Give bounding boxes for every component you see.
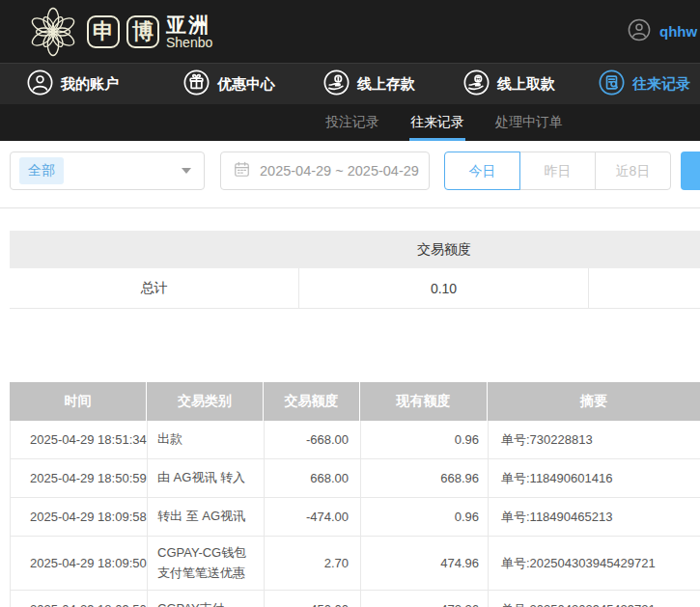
nav-item-deposit[interactable]: 线上存款 xyxy=(323,64,415,104)
cell-time: 2025-04-29 18:09:50 xyxy=(11,591,148,607)
tab-betting-records[interactable]: 投注记录 xyxy=(325,104,379,141)
cell-type: CGPAY-CG钱包支付笔笔送优惠 xyxy=(148,537,265,590)
cell-summary: 单号:730228813 xyxy=(489,421,700,458)
tab-transaction-records[interactable]: 往来记录 xyxy=(410,104,464,141)
cell-amount: -474.00 xyxy=(265,498,361,536)
logo-latin-text: Shenbo xyxy=(166,36,212,50)
cell-time: 2025-04-29 18:09:50 xyxy=(11,537,148,590)
table-row: 2025-04-29 18:09:50 CGPAY-CG钱包支付笔笔送优惠 2.… xyxy=(10,537,700,591)
cell-type: CGPAY支付 xyxy=(148,591,265,607)
col-header-balance: 现有额度 xyxy=(360,382,488,421)
summary-header-spacer xyxy=(589,231,700,268)
quick-range-last8days[interactable]: 近8日 xyxy=(595,152,671,190)
nav-item-my-account[interactable]: 我的账户 xyxy=(27,64,119,104)
nav-label: 我的账户 xyxy=(61,75,119,94)
calendar-icon xyxy=(233,160,251,181)
tab-processing-orders[interactable]: 处理中订单 xyxy=(495,104,563,141)
cell-balance: 472.26 xyxy=(361,591,489,607)
record-tabs: 投注记录 往来记录 处理中订单 xyxy=(0,104,700,141)
cell-amount: -668.00 xyxy=(265,421,361,458)
cell-time: 2025-04-29 18:09:58 xyxy=(11,498,148,536)
logo-char-shen: 申 xyxy=(87,15,120,48)
cell-time: 2025-04-29 18:50:59 xyxy=(11,459,148,497)
top-header: 申 博 亚洲 Shenbo qhhw xyxy=(0,0,700,63)
col-header-time: 时间 xyxy=(10,382,147,421)
logo-region-text: 亚洲 xyxy=(166,14,212,36)
cell-type: 出款 xyxy=(148,421,265,458)
nav-item-withdraw[interactable]: 线上取款 xyxy=(463,64,555,104)
deposit-coin-icon xyxy=(323,69,350,98)
nav-label: 线上存款 xyxy=(357,75,415,94)
table-row: 2025-04-29 18:09:58 转出 至 AG视讯 -474.00 0.… xyxy=(10,498,700,537)
page: 申 博 亚洲 Shenbo qhhw xyxy=(0,0,700,607)
gift-icon xyxy=(183,69,210,98)
table-row: 2025-04-29 18:50:59 由 AG视讯 转入 668.00 668… xyxy=(10,459,700,498)
main-nav: 我的账户 优惠中心 xyxy=(0,63,700,104)
date-range-value: 2025-04-29 ~ 2025-04-29 xyxy=(260,163,419,179)
cell-summary: 单号:118490465213 xyxy=(489,498,700,536)
cell-type: 由 AG视讯 转入 xyxy=(148,459,265,497)
flower-logo-icon xyxy=(26,5,80,59)
cell-balance: 474.96 xyxy=(361,537,489,590)
caret-down-icon xyxy=(182,168,191,174)
summary-total-value: 0.10 xyxy=(299,268,589,308)
withdraw-coin-icon xyxy=(463,69,490,98)
nav-item-records[interactable]: 往来记录 xyxy=(599,64,690,104)
summary-header-spacer xyxy=(10,231,299,268)
logo-char-bo: 博 xyxy=(126,15,159,48)
summary-empty-cell xyxy=(589,268,700,308)
cell-balance: 668.96 xyxy=(361,459,489,497)
summary-total-label: 总计 xyxy=(10,268,299,308)
transactions-table: 时间 交易类别 交易额度 现有额度 摘要 2025-04-29 18:51:34… xyxy=(10,382,700,607)
cell-balance: 0.96 xyxy=(361,421,489,458)
quick-range-yesterday[interactable]: 昨日 xyxy=(519,152,596,190)
type-select[interactable]: 全部 xyxy=(10,152,205,190)
summary-total-row: 总计 0.10 xyxy=(10,268,700,309)
avatar-icon xyxy=(628,18,651,45)
brand-logo[interactable]: 申 博 亚洲 Shenbo xyxy=(26,5,212,59)
user-icon xyxy=(27,69,53,98)
table-header-row: 时间 交易类别 交易额度 现有额度 摘要 xyxy=(10,382,700,421)
summary-table: 交易额度 总计 0.10 xyxy=(10,231,700,309)
col-header-summary: 摘要 xyxy=(488,382,700,421)
table-row: 2025-04-29 18:51:34 出款 -668.00 0.96 单号:7… xyxy=(10,421,700,459)
table-row: 2025-04-29 18:09:50 CGPAY支付 450.00 472.2… xyxy=(10,591,700,607)
summary-col-header: 交易额度 xyxy=(299,231,589,268)
date-range-input[interactable]: 2025-04-29 ~ 2025-04-29 xyxy=(220,152,430,190)
cell-amount: 450.00 xyxy=(265,591,361,607)
summary-header-row: 交易额度 xyxy=(10,231,700,268)
cell-summary: 单号:202504303945429721 xyxy=(489,591,700,607)
cell-amount: 2.70 xyxy=(265,537,361,590)
col-header-amount: 交易额度 xyxy=(264,382,360,421)
nav-item-promotions[interactable]: 优惠中心 xyxy=(183,64,275,104)
type-select-value: 全部 xyxy=(19,157,64,184)
records-icon xyxy=(599,69,625,98)
col-header-type: 交易类别 xyxy=(147,382,264,421)
quick-range-today[interactable]: 今日 xyxy=(444,152,520,190)
user-account[interactable]: qhhw xyxy=(628,0,697,63)
cell-summary: 单号:118490601416 xyxy=(489,459,700,497)
cell-summary: 单号:202504303945429721 xyxy=(489,537,700,590)
filter-bar: 全部 2025-04-29 ~ 2025-04-29 今日 昨日 近8日 xyxy=(0,141,700,208)
cell-balance: 0.96 xyxy=(361,498,489,536)
nav-label: 往来记录 xyxy=(632,75,690,94)
cell-amount: 668.00 xyxy=(265,459,361,497)
cell-time: 2025-04-29 18:51:34 xyxy=(11,421,148,458)
nav-label: 优惠中心 xyxy=(217,75,275,94)
nav-label: 线上取款 xyxy=(497,75,555,94)
username[interactable]: qhhw xyxy=(659,23,697,40)
quick-range-group: 今日 昨日 近8日 xyxy=(444,152,671,190)
search-button[interactable] xyxy=(681,152,700,190)
cell-type: 转出 至 AG视讯 xyxy=(148,498,265,536)
